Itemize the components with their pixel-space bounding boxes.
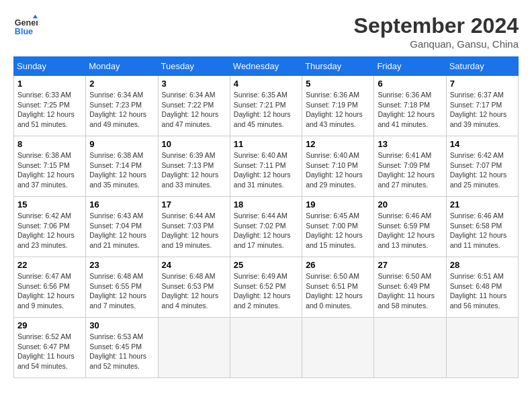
day-number: 28 [450,260,515,270]
day-number: 30 [89,320,154,330]
calendar-cell: 25 Sunrise: 6:49 AMSunset: 6:52 PMDaylig… [230,257,302,318]
cell-info: Sunrise: 6:52 AMSunset: 6:47 PMDaylight:… [17,332,75,370]
day-headers: Sunday Monday Tuesday Wednesday Thursday… [14,57,519,76]
day-number: 8 [17,139,82,149]
calendar-cell: 10 Sunrise: 6:39 AMSunset: 7:13 PMDaylig… [158,136,230,197]
calendar-row: 22 Sunrise: 6:47 AMSunset: 6:56 PMDaylig… [14,257,519,318]
cell-info: Sunrise: 6:50 AMSunset: 6:51 PMDaylight:… [306,272,363,310]
calendar-cell: 17 Sunrise: 6:44 AMSunset: 7:03 PMDaylig… [158,197,230,257]
header-tuesday: Tuesday [158,57,230,76]
calendar-cell [446,318,518,378]
calendar-cell: 2 Sunrise: 6:34 AMSunset: 7:23 PMDayligh… [86,76,158,136]
calendar-cell: 16 Sunrise: 6:43 AMSunset: 7:04 PMDaylig… [86,197,158,257]
day-number: 16 [89,199,154,210]
cell-info: Sunrise: 6:34 AMSunset: 7:22 PMDaylight:… [162,91,219,128]
cell-info: Sunrise: 6:39 AMSunset: 7:13 PMDaylight:… [162,151,219,189]
calendar-row: 8 Sunrise: 6:38 AMSunset: 7:15 PMDayligh… [14,136,519,197]
cell-info: Sunrise: 6:50 AMSunset: 6:49 PMDaylight:… [378,272,435,310]
day-number: 25 [234,260,298,270]
calendar-cell: 27 Sunrise: 6:50 AMSunset: 6:49 PMDaylig… [374,257,446,318]
day-number: 27 [378,260,442,270]
calendar-cell: 20 Sunrise: 6:46 AMSunset: 6:59 PMDaylig… [374,197,446,257]
cell-info: Sunrise: 6:40 AMSunset: 7:11 PMDaylight:… [234,151,291,189]
calendar-cell: 21 Sunrise: 6:46 AMSunset: 6:58 PMDaylig… [446,197,518,257]
header-sunday: Sunday [14,57,86,76]
calendar-cell [158,318,230,378]
cell-info: Sunrise: 6:47 AMSunset: 6:56 PMDaylight:… [17,272,75,310]
calendar-table: Sunday Monday Tuesday Wednesday Thursday… [13,56,519,378]
logo: General Blue [13,13,38,38]
calendar-row: 15 Sunrise: 6:42 AMSunset: 7:06 PMDaylig… [14,197,519,257]
cell-info: Sunrise: 6:45 AMSunset: 7:00 PMDaylight:… [306,212,363,249]
day-number: 17 [162,199,226,210]
day-number: 21 [450,199,515,210]
day-number: 15 [17,199,82,210]
calendar-cell: 3 Sunrise: 6:34 AMSunset: 7:22 PMDayligh… [158,76,230,136]
day-number: 7 [450,79,515,89]
calendar-cell: 22 Sunrise: 6:47 AMSunset: 6:56 PMDaylig… [14,257,86,318]
cell-info: Sunrise: 6:48 AMSunset: 6:53 PMDaylight:… [162,272,219,310]
calendar-cell: 23 Sunrise: 6:48 AMSunset: 6:55 PMDaylig… [86,257,158,318]
location-subtitle: Ganquan, Gansu, China [354,38,519,50]
cell-info: Sunrise: 6:44 AMSunset: 7:03 PMDaylight:… [162,212,219,249]
header-monday: Monday [86,57,158,76]
header-wednesday: Wednesday [230,57,302,76]
cell-info: Sunrise: 6:35 AMSunset: 7:21 PMDaylight:… [234,91,291,128]
calendar-cell: 4 Sunrise: 6:35 AMSunset: 7:21 PMDayligh… [230,76,302,136]
day-number: 4 [234,79,298,89]
cell-info: Sunrise: 6:41 AMSunset: 7:09 PMDaylight:… [378,151,435,189]
calendar-cell: 13 Sunrise: 6:41 AMSunset: 7:09 PMDaylig… [374,136,446,197]
cell-info: Sunrise: 6:33 AMSunset: 7:25 PMDaylight:… [17,91,75,128]
calendar-cell [302,318,374,378]
day-number: 24 [162,260,226,270]
day-number: 5 [306,79,370,89]
calendar-cell: 19 Sunrise: 6:45 AMSunset: 7:00 PMDaylig… [302,197,374,257]
calendar-cell: 8 Sunrise: 6:38 AMSunset: 7:15 PMDayligh… [14,136,86,197]
cell-info: Sunrise: 6:46 AMSunset: 6:59 PMDaylight:… [378,212,435,249]
day-number: 20 [378,199,442,210]
day-number: 2 [89,79,154,89]
cell-info: Sunrise: 6:48 AMSunset: 6:55 PMDaylight:… [89,272,146,310]
calendar-cell: 18 Sunrise: 6:44 AMSunset: 7:02 PMDaylig… [230,197,302,257]
calendar-cell: 28 Sunrise: 6:51 AMSunset: 6:48 PMDaylig… [446,257,518,318]
calendar-cell: 29 Sunrise: 6:52 AMSunset: 6:47 PMDaylig… [14,318,86,378]
logo-icon: General Blue [13,13,38,38]
header-saturday: Saturday [446,57,518,76]
calendar-cell: 1 Sunrise: 6:33 AMSunset: 7:25 PMDayligh… [14,76,86,136]
header-friday: Friday [374,57,446,76]
day-number: 14 [450,139,515,149]
cell-info: Sunrise: 6:42 AMSunset: 7:06 PMDaylight:… [17,212,75,249]
calendar-cell: 5 Sunrise: 6:36 AMSunset: 7:19 PMDayligh… [302,76,374,136]
calendar-cell: 14 Sunrise: 6:42 AMSunset: 7:07 PMDaylig… [446,136,518,197]
calendar-cell: 26 Sunrise: 6:50 AMSunset: 6:51 PMDaylig… [302,257,374,318]
month-title: September 2024 [354,13,519,38]
cell-info: Sunrise: 6:42 AMSunset: 7:07 PMDaylight:… [450,151,507,189]
calendar-cell: 15 Sunrise: 6:42 AMSunset: 7:06 PMDaylig… [14,197,86,257]
day-number: 10 [162,139,226,149]
header-thursday: Thursday [302,57,374,76]
calendar-cell: 7 Sunrise: 6:37 AMSunset: 7:17 PMDayligh… [446,76,518,136]
cell-info: Sunrise: 6:38 AMSunset: 7:14 PMDaylight:… [89,151,146,189]
calendar-cell: 24 Sunrise: 6:48 AMSunset: 6:53 PMDaylig… [158,257,230,318]
calendar-cell: 9 Sunrise: 6:38 AMSunset: 7:14 PMDayligh… [86,136,158,197]
day-number: 29 [17,320,82,330]
cell-info: Sunrise: 6:51 AMSunset: 6:48 PMDaylight:… [450,272,507,310]
page-header: General Blue September 2024 Ganquan, Gan… [13,13,519,50]
cell-info: Sunrise: 6:37 AMSunset: 7:17 PMDaylight:… [450,91,507,128]
calendar-cell: 11 Sunrise: 6:40 AMSunset: 7:11 PMDaylig… [230,136,302,197]
day-number: 1 [17,79,82,89]
cell-info: Sunrise: 6:36 AMSunset: 7:18 PMDaylight:… [378,91,435,128]
calendar-cell [374,318,446,378]
day-number: 9 [89,139,154,149]
cell-info: Sunrise: 6:53 AMSunset: 6:45 PMDaylight:… [89,332,146,370]
calendar-cell: 12 Sunrise: 6:40 AMSunset: 7:10 PMDaylig… [302,136,374,197]
svg-text:Blue: Blue [15,27,33,36]
cell-info: Sunrise: 6:44 AMSunset: 7:02 PMDaylight:… [234,212,291,249]
cell-info: Sunrise: 6:49 AMSunset: 6:52 PMDaylight:… [234,272,291,310]
day-number: 26 [306,260,370,270]
calendar-row: 1 Sunrise: 6:33 AMSunset: 7:25 PMDayligh… [14,76,519,136]
cell-info: Sunrise: 6:46 AMSunset: 6:58 PMDaylight:… [450,212,507,249]
day-number: 19 [306,199,370,210]
day-number: 6 [378,79,442,89]
cell-info: Sunrise: 6:38 AMSunset: 7:15 PMDaylight:… [17,151,75,189]
